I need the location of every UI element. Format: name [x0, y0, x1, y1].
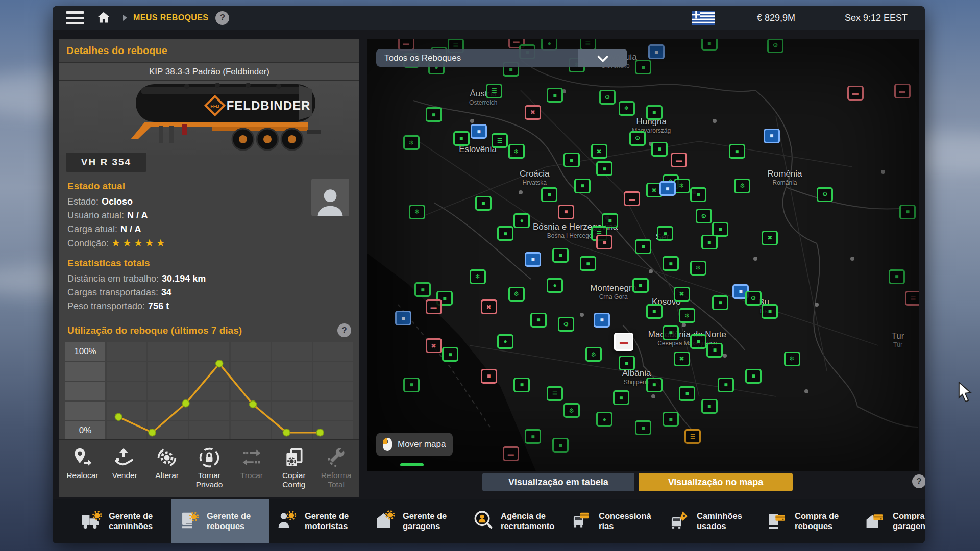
nav-garage-buy[interactable]: Compra de garagens [857, 499, 925, 543]
trailer-marker[interactable]: ■ [613, 390, 629, 405]
trailer-marker[interactable]: ■ [395, 311, 411, 325]
trailer-marker[interactable]: ⚙ [585, 347, 602, 362]
trailer-marker[interactable]: ✖ [674, 352, 690, 366]
trailer-marker[interactable]: ■ [635, 239, 651, 254]
trailer-marker[interactable]: ■ [596, 161, 612, 176]
trailer-marker[interactable]: ■ [646, 304, 663, 319]
trailer-marker[interactable]: ■ [701, 399, 718, 414]
trailer-marker[interactable]: ⚙ [734, 179, 750, 193]
trailer-marker[interactable]: ✖ [762, 231, 778, 245]
trailer-marker[interactable]: ■ [525, 252, 541, 267]
trailer-marker[interactable]: ■ [552, 438, 569, 453]
trailer-marker[interactable]: ❄ [784, 352, 800, 366]
nav-truck-manager[interactable]: Gerente de caminhões [73, 499, 171, 543]
trailer-marker[interactable]: ⚙ [558, 317, 574, 332]
trailer-marker[interactable]: ■ [594, 313, 610, 328]
home-button[interactable] [95, 10, 113, 26]
trailer-marker[interactable]: ⚙ [745, 291, 762, 306]
trailer-marker[interactable]: ■ [442, 347, 458, 362]
trailer-marker[interactable]: ❄ [409, 205, 425, 219]
trailer-marker[interactable]: ■ [513, 378, 530, 392]
help-icon[interactable]: ? [215, 11, 229, 25]
trailer-marker[interactable]: ⚙ [564, 403, 580, 418]
trailer-marker[interactable]: ❄ [470, 269, 486, 284]
trailer-marker[interactable]: ■ [663, 256, 679, 271]
trailer-marker[interactable]: ■ [547, 88, 563, 103]
trailer-marker[interactable]: ■ [646, 378, 663, 392]
trailer-marker[interactable]: ■ [632, 278, 649, 293]
trailer-marker[interactable]: ▬ [847, 86, 864, 101]
trailer-marker[interactable]: ■ [453, 131, 470, 146]
trailer-marker[interactable]: ☰ [905, 291, 919, 306]
trailer-marker[interactable]: ■ [426, 107, 442, 122]
map-background[interactable] [368, 39, 919, 471]
dropdown-chevron[interactable] [578, 49, 627, 67]
trailer-marker[interactable]: ❄ [674, 179, 690, 193]
trailer-marker[interactable]: ● [513, 213, 530, 228]
trailer-marker[interactable]: ■ [530, 313, 547, 328]
nav-trailer-manager[interactable]: Gerente de reboques [171, 499, 269, 543]
trailer-marker[interactable]: ▬ [503, 446, 519, 461]
nav-recruitment[interactable]: Agência de recrutamento [465, 499, 563, 543]
chart-help-icon[interactable]: ? [337, 323, 351, 337]
trailer-marker[interactable]: ■ [635, 60, 651, 74]
trailer-marker[interactable]: ✖ [525, 105, 541, 120]
trailer-marker[interactable]: ✖ [481, 299, 497, 314]
trailer-marker[interactable]: ☰ [547, 386, 563, 401]
nav-trailer-buy[interactable]: Compra de reboques [759, 499, 857, 543]
selected-trailer-marker[interactable]: ▬ [614, 333, 633, 351]
trailer-marker[interactable]: ■ [718, 378, 734, 392]
trailer-marker[interactable]: ❄ [508, 144, 525, 159]
trailer-marker[interactable]: ⚙ [629, 131, 646, 146]
trailer-marker[interactable]: ■ [471, 124, 487, 139]
trailer-marker[interactable]: ■ [745, 369, 762, 384]
nav-garage-manager[interactable]: Gerente de garagens [367, 499, 465, 543]
trailer-marker[interactable]: ■ [596, 235, 612, 249]
trailer-marker[interactable]: ■ [729, 144, 745, 159]
nav-used-trucks[interactable]: Caminhões usados [661, 499, 759, 543]
map-view-button[interactable]: Visualização no mapa [639, 473, 793, 491]
trailer-marker[interactable]: ■ [497, 226, 513, 241]
trailer-marker[interactable]: ✖ [426, 338, 442, 353]
move-map-hint[interactable]: Mover mapa [376, 433, 453, 456]
trailer-marker[interactable]: ■ [558, 205, 574, 219]
trailer-marker[interactable]: ■ [619, 356, 635, 370]
trailer-marker[interactable]: ■ [481, 369, 497, 384]
trailer-marker[interactable]: ⚙ [508, 287, 525, 302]
trailer-marker[interactable]: ❄ [619, 101, 635, 116]
trailer-marker[interactable]: ■ [651, 142, 668, 157]
trailer-marker[interactable]: ■ [552, 248, 569, 263]
trailer-marker[interactable]: ■ [646, 105, 663, 120]
trailer-filter-dropdown[interactable]: Todos os Reboques [376, 49, 627, 67]
trailer-marker[interactable]: ■ [659, 181, 676, 196]
trailer-marker[interactable]: ▬ [671, 153, 687, 167]
trailer-marker[interactable]: ■ [899, 205, 916, 219]
trailer-marker[interactable]: ● [596, 412, 612, 427]
trailer-marker[interactable]: ■ [889, 269, 905, 284]
trailer-marker[interactable]: ■ [564, 153, 580, 167]
trailer-marker[interactable]: ● [497, 334, 513, 349]
menu-icon[interactable] [66, 11, 84, 24]
trailer-marker[interactable]: ■ [764, 129, 780, 143]
greece-flag-icon[interactable] [692, 11, 715, 25]
trailer-marker[interactable]: ❄ [690, 261, 706, 276]
trailer-marker[interactable]: ⚙ [817, 187, 833, 202]
trailer-marker[interactable]: ■ [663, 412, 679, 427]
trailer-marker[interactable]: ■ [580, 256, 596, 271]
trailer-marker[interactable]: ☰ [684, 429, 701, 444]
trailer-marker[interactable]: ▬ [894, 84, 911, 98]
trailer-marker[interactable]: ⚙ [767, 39, 783, 53]
trailer-marker[interactable]: ✖ [591, 144, 607, 159]
trailer-marker[interactable]: ■ [679, 386, 695, 401]
trailer-marker[interactable]: ⚙ [696, 209, 712, 223]
trailer-marker[interactable]: ■ [690, 187, 706, 202]
trailer-marker[interactable]: ■ [648, 44, 665, 59]
trailer-marker[interactable]: ■ [403, 378, 420, 392]
trailer-marker[interactable]: ☰ [486, 84, 502, 98]
trailer-marker[interactable]: ■ [414, 282, 431, 297]
trailer-marker[interactable]: ■ [541, 187, 557, 202]
trailer-marker[interactable]: ⚙ [599, 90, 616, 105]
trailer-marker[interactable]: ■ [657, 226, 673, 241]
trailer-marker[interactable]: ■ [712, 295, 728, 310]
trailer-marker[interactable]: ■ [690, 334, 706, 349]
